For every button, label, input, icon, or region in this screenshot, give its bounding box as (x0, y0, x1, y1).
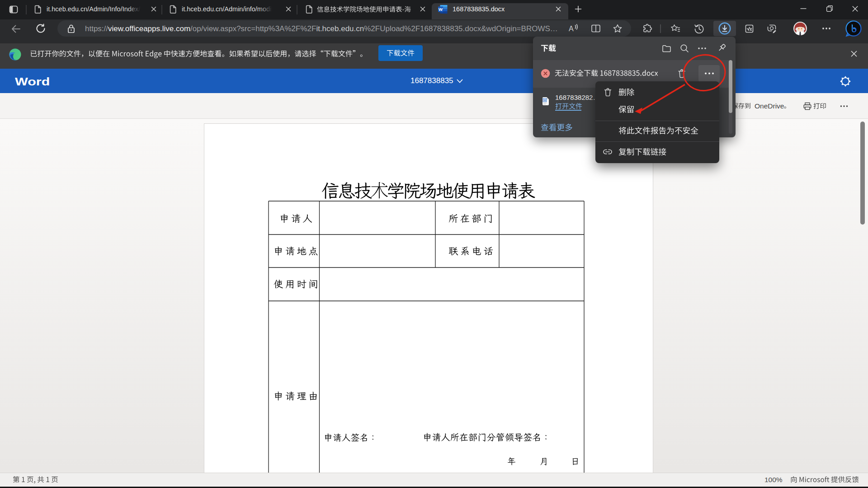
svg-text:W: W (543, 99, 547, 102)
svg-text:W: W (439, 7, 443, 12)
svg-text:A: A (569, 25, 574, 33)
